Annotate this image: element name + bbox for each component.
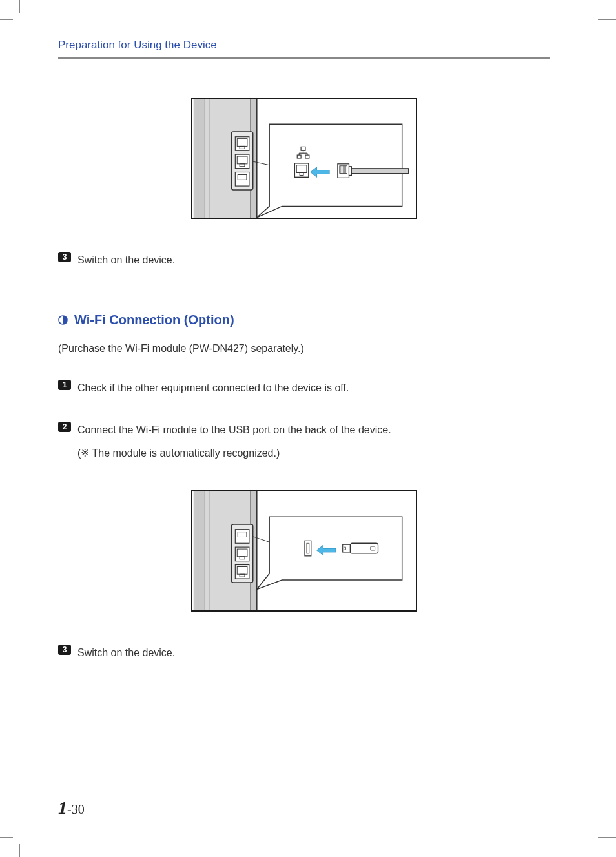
bullet-icon xyxy=(58,315,68,325)
crop-mark xyxy=(598,837,616,838)
step-text: Switch on the device. xyxy=(77,251,175,269)
wifi-purchase-note: (Purchase the Wi-Fi module (PW-DN427) se… xyxy=(58,343,550,355)
step-text: Switch on the device. xyxy=(77,644,175,661)
step-3a: 3 Switch on the device. xyxy=(58,251,550,269)
step-text: Check if the other equipment connected t… xyxy=(77,379,349,397)
step-badge: 1 xyxy=(58,380,71,390)
wifi-step-1: 1 Check if the other equipment connected… xyxy=(58,379,550,397)
svg-rect-34 xyxy=(349,167,351,176)
crop-mark xyxy=(598,19,616,20)
step-badge: 3 xyxy=(58,645,71,655)
wifi-step-3: 3 Switch on the device. xyxy=(58,644,550,661)
page-suffix: -30 xyxy=(67,802,85,816)
wifi-step-2: 2 Connect the Wi-Fi module to the USB po… xyxy=(58,421,550,461)
crop-mark xyxy=(0,19,13,20)
section-title: Wi-Fi Connection (Option) xyxy=(74,313,234,327)
chapter-number: 1 xyxy=(58,798,67,818)
svg-rect-53 xyxy=(305,541,311,555)
lan-port-figure xyxy=(191,98,417,219)
crop-mark xyxy=(19,844,20,857)
svg-rect-44 xyxy=(235,529,249,543)
svg-rect-58 xyxy=(350,543,378,553)
step-badge: 2 xyxy=(58,422,71,432)
wifi-section-heading: Wi-Fi Connection (Option) xyxy=(58,313,550,327)
step-subtext: (※ The module is automatically recognize… xyxy=(77,444,550,462)
crop-mark xyxy=(590,0,590,13)
wifi-module-figure xyxy=(191,490,417,612)
svg-rect-35 xyxy=(351,169,408,174)
crop-mark xyxy=(0,837,13,838)
step-badge: 3 xyxy=(58,252,71,262)
crop-mark xyxy=(590,844,590,857)
step-text: Connect the Wi-Fi module to the USB port… xyxy=(77,421,391,439)
running-header: Preparation for Using the Device xyxy=(58,39,550,52)
page-content: Preparation for Using the Device xyxy=(0,0,616,857)
svg-rect-13 xyxy=(235,172,249,187)
page-number: 1-30 xyxy=(58,802,85,816)
header-rule xyxy=(58,57,550,59)
page-footer: 1-30 xyxy=(58,787,550,818)
crop-mark xyxy=(19,0,20,13)
